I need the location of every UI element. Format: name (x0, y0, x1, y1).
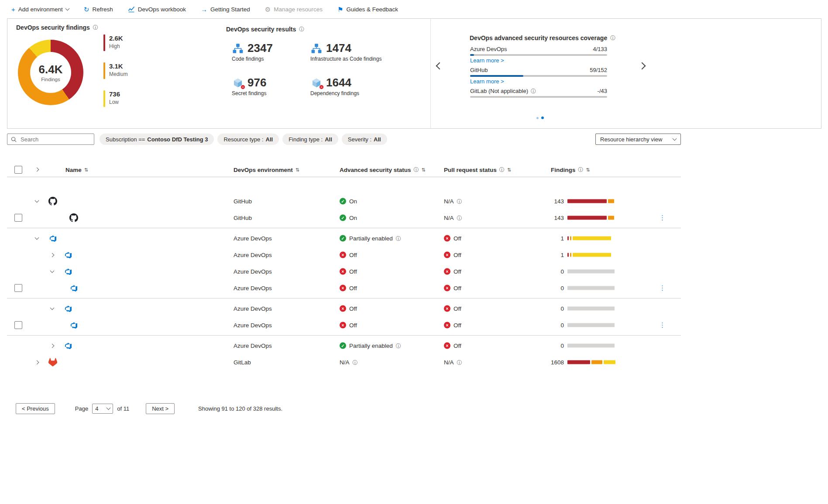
azdo-icon (63, 304, 73, 313)
dashboard-cards: DevOps security findings ⓘ 6.4K Findings… (7, 18, 821, 129)
carousel-dot-active[interactable] (541, 117, 544, 119)
page-count-label: of 11 (117, 405, 129, 412)
refresh-button[interactable]: ↻ Refresh (84, 6, 113, 13)
next-page-button[interactable]: Next > (146, 403, 175, 414)
chevron-right-icon[interactable] (48, 342, 55, 349)
table-row[interactable]: GitHub ✓On N/Aⓘ 143 ⋮ (7, 209, 681, 226)
table-row[interactable]: Azure DevOps ×Off ×Off 0 ⋮ (7, 317, 681, 333)
select-all-checkbox[interactable] (14, 166, 22, 174)
status-label: Off (454, 285, 461, 291)
info-icon[interactable]: ⓘ (499, 167, 505, 172)
table-row[interactable]: GitLab N/Aⓘ N/Aⓘ 1608 (7, 354, 681, 370)
findings-count: 0 (533, 322, 564, 329)
devops-workbook-button[interactable]: DevOps workbook (128, 6, 186, 13)
expand-all-icon[interactable] (33, 166, 40, 173)
info-icon[interactable]: ⓘ (531, 89, 536, 94)
findings-bar (567, 270, 618, 274)
code-findings-icon (232, 43, 244, 54)
info-icon[interactable]: ⓘ (610, 35, 615, 41)
row-checkbox[interactable] (14, 321, 22, 329)
secret-findings-value: 976 (247, 76, 266, 89)
info-icon[interactable]: ⓘ (457, 199, 462, 204)
view-selector-dropdown[interactable]: Resource hierarchy view (595, 134, 681, 145)
status-on-icon: ✓ (340, 215, 346, 221)
info-icon[interactable]: ⓘ (457, 360, 462, 365)
info-icon[interactable]: ⓘ (457, 215, 462, 220)
learn-more-link[interactable]: Learn more > (470, 78, 504, 85)
findings-bar (567, 344, 618, 348)
devops-environment-cell: Azure DevOps (234, 235, 272, 242)
high-value: 2.6K (109, 34, 123, 42)
table-row[interactable]: Azure DevOps ×Off ×Off 0 (7, 300, 681, 317)
search-input[interactable] (20, 136, 90, 143)
info-icon[interactable]: ⓘ (578, 167, 583, 172)
column-header-pull-request[interactable]: Pull request statusⓘ⇅ (444, 166, 511, 173)
info-icon[interactable]: ⓘ (93, 25, 98, 30)
low-value: 736 (109, 90, 120, 98)
carousel-left-arrow[interactable] (435, 62, 444, 70)
info-icon[interactable]: ⓘ (299, 27, 304, 32)
coverage-name: GitHub (470, 67, 488, 73)
page-number-select[interactable]: 4 (92, 404, 113, 414)
findings-bar-segment (567, 216, 607, 220)
learn-more-link[interactable]: Learn more > (470, 57, 504, 64)
getting-started-button[interactable]: → Getting Started (201, 6, 250, 13)
column-header-environment[interactable]: DevOps environment⇅ (234, 166, 299, 173)
table-row[interactable]: Azure DevOps ✓Partially enabledⓘ ×Off 0 (7, 337, 681, 354)
column-header-advanced-security[interactable]: Advanced security statusⓘ⇅ (340, 166, 426, 173)
search-box[interactable] (7, 134, 94, 145)
column-header-findings[interactable]: Findingsⓘ⇅ (551, 166, 590, 173)
row-menu-icon[interactable]: ⋮ (659, 214, 666, 222)
findings-bar-segment (608, 199, 614, 203)
sort-icon[interactable]: ⇅ (84, 167, 88, 172)
table-header: Name⇅ DevOps environment⇅ Advanced secur… (7, 162, 681, 177)
code-findings-label: Code findings (232, 56, 310, 62)
guides-feedback-button[interactable]: ⚑ Guides & Feedback (337, 6, 398, 13)
table-row[interactable]: Azure DevOps ×Off ×Off 1 (7, 247, 681, 263)
filter-pill-subscription[interactable]: Subscription == Contoso DfD Testing 3 (100, 134, 214, 145)
sort-icon[interactable]: ⇅ (507, 167, 511, 172)
findings-bar-segment (591, 360, 602, 364)
chevron-down-icon[interactable] (33, 235, 40, 242)
info-icon[interactable]: ⓘ (396, 343, 401, 348)
chevron-right-icon[interactable] (33, 359, 40, 366)
add-environment-button[interactable]: + Add environment (11, 6, 69, 13)
table-row[interactable]: Azure DevOps ×Off ×Off 0 (7, 263, 681, 280)
info-icon[interactable]: ⓘ (396, 236, 401, 241)
row-menu-icon[interactable]: ⋮ (659, 321, 666, 329)
row-menu-icon[interactable]: ⋮ (659, 284, 666, 292)
low-label: Low (109, 99, 120, 105)
sort-icon[interactable]: ⇅ (295, 167, 299, 172)
chevron-down-icon[interactable] (48, 268, 55, 275)
sort-icon[interactable]: ⇅ (586, 167, 590, 172)
high-label: High (109, 43, 123, 49)
medium-value: 3.1K (109, 62, 128, 70)
status-label: Partially enabled (349, 343, 393, 349)
chevron-right-icon[interactable] (48, 251, 55, 258)
coverage-card-title-text: DevOps advanced security resources cover… (470, 34, 607, 41)
chevron-down-icon (107, 406, 111, 410)
table-row[interactable]: Azure DevOps ✓Partially enabledⓘ ×Off 1 (7, 230, 681, 247)
results-summary: Showing 91 to 120 of 328 results. (198, 405, 282, 412)
info-icon[interactable]: ⓘ (353, 360, 358, 365)
advanced-security-status-cell: ×Off (340, 322, 357, 329)
carousel-dot[interactable] (536, 117, 539, 119)
filter-pill-finding-type[interactable]: Finding type : All (282, 134, 338, 145)
chevron-down-icon[interactable] (33, 198, 40, 205)
pill-label: Finding type : (289, 136, 323, 143)
row-checkbox[interactable] (14, 214, 22, 222)
status-off-icon: × (444, 268, 450, 275)
chevron-down-icon[interactable] (48, 305, 55, 312)
table-row[interactable]: Azure DevOps ×Off ×Off 0 ⋮ (7, 280, 681, 296)
sort-icon[interactable]: ⇅ (422, 167, 426, 172)
pill-value: Contoso DfD Testing 3 (147, 136, 208, 143)
carousel-right-arrow[interactable] (638, 62, 646, 70)
filter-pill-severity[interactable]: Severity : All (342, 134, 387, 145)
filter-pill-resource-type[interactable]: Resource type : All (217, 134, 279, 145)
pull-request-status-cell: ×Off (444, 305, 461, 312)
row-checkbox[interactable] (14, 284, 22, 292)
info-icon[interactable]: ⓘ (414, 167, 419, 172)
column-header-name[interactable]: Name⇅ (65, 166, 88, 173)
previous-page-button[interactable]: < Previous (16, 403, 55, 414)
table-row[interactable]: GitHub ✓On N/Aⓘ 143 (7, 193, 681, 209)
